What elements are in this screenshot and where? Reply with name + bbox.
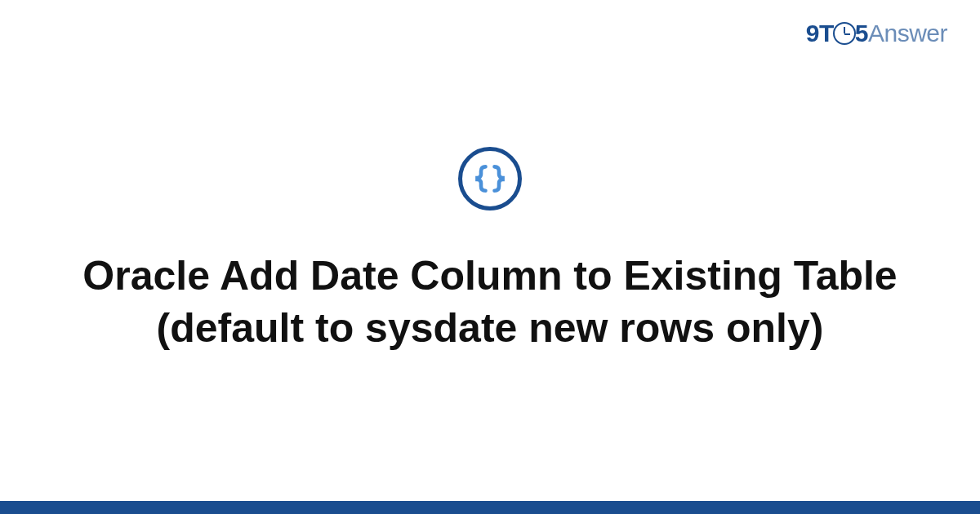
main-content: Oracle Add Date Column to Existing Table… [0, 0, 980, 501]
code-brackets-icon [458, 147, 522, 210]
bottom-accent-bar [0, 501, 980, 514]
page-title: Oracle Add Date Column to Existing Table… [82, 250, 898, 354]
